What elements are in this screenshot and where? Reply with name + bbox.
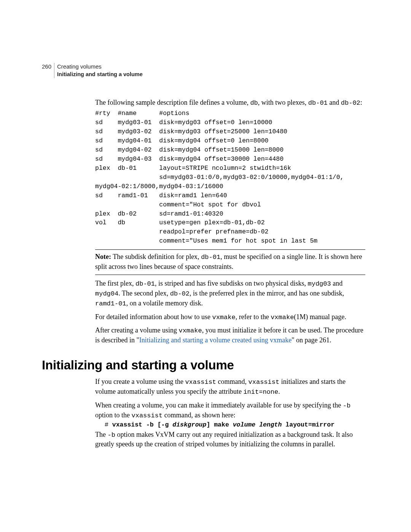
- cmd-b2: ] make: [206, 421, 233, 428]
- p6-c1: -b: [107, 431, 115, 439]
- section-title: Initializing and starting a volume: [57, 71, 143, 77]
- p3-c1: vxmake: [178, 327, 202, 334]
- note-block: Note: The subdisk definition for plex, d…: [95, 252, 365, 272]
- intro-end: :: [360, 99, 362, 106]
- description-file-listing: #rty #name #options sd mydg03-01 disk=my…: [95, 109, 365, 246]
- paragraph-4: If you create a volume using the vxassis…: [95, 377, 365, 397]
- p2-t2: , refer to the: [236, 313, 271, 321]
- cmd-prompt: #: [105, 421, 112, 428]
- intro-paragraph: The following sample description file de…: [95, 98, 365, 108]
- p4-t4: .: [278, 388, 280, 395]
- p4-c3: init=none: [243, 388, 278, 396]
- p1-c5: ramd1-01: [95, 300, 126, 307]
- p1-t5: , is the preferred plex in the mirror, a…: [190, 289, 344, 297]
- note-rule-top: [95, 249, 365, 250]
- p1-c4: db-02: [170, 290, 190, 297]
- p4-c1: vxassist: [185, 379, 216, 386]
- paragraph-1: The first plex, db-01, is striped and ha…: [95, 279, 365, 308]
- intro-pre: The following sample description file de…: [95, 99, 250, 106]
- xref-link[interactable]: Initializing and starting a volume creat…: [139, 336, 292, 344]
- p4-t1: If you create a volume using the: [95, 378, 185, 385]
- p5-c1: -b: [343, 402, 350, 409]
- p3-t3: " on page 261.: [292, 336, 331, 344]
- chapter-title: Creating volumes: [57, 63, 102, 70]
- command-example: # vxassist -b [-g diskgroup] make volume…: [105, 421, 365, 428]
- p1-t4: . The second plex,: [118, 289, 170, 297]
- cmd-b1: vxassist -b [-g: [112, 421, 172, 428]
- paragraph-5: When creating a volume, you can make it …: [95, 401, 365, 420]
- note-t1: The subdisk definition for plex,: [111, 253, 201, 260]
- intro-mid1: , with two plexes,: [258, 99, 308, 106]
- p1-t1: The first plex,: [95, 280, 135, 287]
- note-label: Note:: [95, 253, 111, 260]
- section-heading: Initializing and starting a volume: [42, 358, 365, 372]
- p1-c3: mydg04: [95, 290, 118, 297]
- code-db02: db-02: [341, 99, 360, 107]
- p3-t1: After creating a volume using: [95, 326, 178, 334]
- note-rule-bottom: [95, 275, 365, 275]
- p2-t3: (1M) manual page.: [294, 313, 346, 321]
- page-number: 260: [42, 63, 54, 70]
- page-header: 260 Creating volumes Initializing and st…: [42, 63, 365, 78]
- cmd-b3: layout=mirror: [282, 421, 335, 428]
- p1-t6: , on a volatile memory disk.: [126, 299, 203, 307]
- p1-c1: db-01: [135, 280, 155, 288]
- p1-c2: mydg03: [307, 280, 331, 288]
- p2-c2: vxmake: [271, 314, 294, 321]
- p2-c1: vxmake: [212, 314, 235, 321]
- note-code: db-01: [201, 254, 220, 261]
- p5-t3: command, as shown here:: [162, 411, 235, 419]
- paragraph-3: After creating a volume using vxmake, yo…: [95, 326, 365, 345]
- p6-t2: option makes VxVM carry out any required…: [95, 431, 353, 448]
- p1-t2: , is striped and has five subdisks on tw…: [155, 280, 307, 287]
- cmd-arg1: diskgroup: [172, 421, 206, 428]
- p6-t1: The: [95, 431, 107, 438]
- p4-t2: command,: [216, 378, 248, 385]
- cmd-arg2: volume length: [233, 421, 282, 428]
- p5-c2: vxassist: [132, 412, 163, 419]
- p4-c2: vxassist: [249, 379, 280, 386]
- code-db: db: [250, 99, 258, 107]
- header-text: Creating volumes Initializing and starti…: [54, 63, 143, 78]
- p5-t2: option to the: [95, 411, 132, 419]
- p1-t3: and: [331, 280, 343, 287]
- intro-mid2: and: [328, 99, 341, 106]
- code-db01: db-01: [308, 99, 328, 107]
- p2-t1: For detailed information about how to us…: [95, 313, 212, 321]
- paragraph-2: For detailed information about how to us…: [95, 312, 365, 322]
- p5-t1: When creating a volume, you can make it …: [95, 401, 343, 409]
- paragraph-6: The -b option makes VxVM carry out any r…: [95, 430, 365, 449]
